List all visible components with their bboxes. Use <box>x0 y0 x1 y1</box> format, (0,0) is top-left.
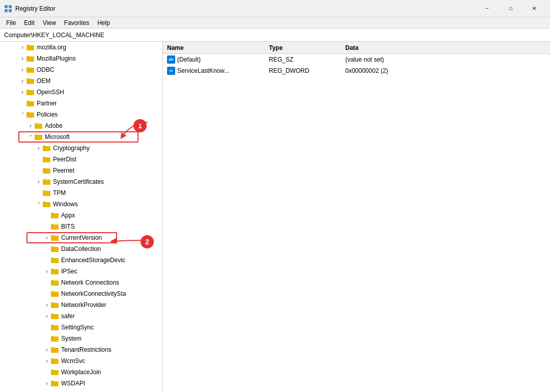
menu-view[interactable]: View <box>39 18 60 27</box>
expand-microsoft[interactable] <box>26 133 35 141</box>
folder-settingsync-icon <box>51 323 59 331</box>
tree-item-windows[interactable]: Windows <box>0 199 162 210</box>
expand-safer[interactable] <box>43 312 51 320</box>
tree-item-partner-label: Partner <box>37 100 57 107</box>
expand-networkconnectivitysta <box>43 290 51 298</box>
tree-item-datacollection[interactable]: DataCollection <box>0 243 162 255</box>
expand-systemcerts[interactable] <box>35 178 43 186</box>
expand-mozilla[interactable] <box>18 43 26 51</box>
details-row-servicelastknown[interactable]: 01 ServiceLastKnow... REG_DWORD 0x000000… <box>163 65 550 76</box>
menu-edit[interactable]: Edit <box>20 18 39 27</box>
tree-item-mozilla[interactable]: mozilla.org <box>0 42 162 53</box>
svg-rect-55 <box>51 325 54 326</box>
tree-item-appx[interactable]: Appx <box>0 210 162 221</box>
tree-item-ipsec[interactable]: IPSec <box>0 266 162 277</box>
tree-item-systemcerts[interactable]: SystemCertificates <box>0 176 162 187</box>
tree-item-openssh[interactable]: OpenSSH <box>0 87 162 98</box>
tree-item-networkconnectivitysta-label: NetworkConnectivitySta <box>61 290 126 297</box>
tree-item-mozillaplugins[interactable]: MozillaPlugins <box>0 53 162 64</box>
expand-peernet <box>35 166 43 175</box>
expand-tenantrestrictions[interactable] <box>43 346 51 354</box>
folder-mozilla-icon <box>26 43 35 51</box>
expand-currentversion[interactable] <box>43 234 51 242</box>
tree-item-system-label: System <box>61 335 81 342</box>
tree-item-networkconnections-label: Network Connections <box>61 279 119 286</box>
tree-item-networkprovider[interactable]: NetworkProvider <box>0 299 162 311</box>
expand-policies[interactable] <box>18 110 26 119</box>
tree-item-networkconnections[interactable]: Network Connections <box>0 277 162 288</box>
folder-datacollection-icon <box>51 245 59 253</box>
svg-rect-27 <box>43 168 46 170</box>
folder-cryptography-icon <box>43 144 51 152</box>
tree-item-tpm[interactable]: TPM <box>0 187 162 199</box>
expand-adobe[interactable] <box>26 122 35 130</box>
tree-item-policies[interactable]: Policies <box>0 109 162 120</box>
tree-item-workplacejoin[interactable]: WorkplaceJoin <box>0 367 162 378</box>
tree-pane[interactable]: mozilla.org MozillaPlugins ODBC OEM <box>0 42 163 392</box>
menu-help[interactable]: Help <box>93 18 114 27</box>
details-row-default[interactable]: ab (Default) REG_SZ (value not set) <box>163 54 550 65</box>
dword-value-icon: 01 <box>167 67 175 75</box>
tree-item-bits[interactable]: BITS <box>0 221 162 232</box>
expand-cryptography[interactable] <box>35 144 43 152</box>
tree-item-enhancedstorage[interactable]: EnhancedStorageDevic <box>0 255 162 266</box>
expand-workplacejoin <box>43 368 51 376</box>
expand-peerdist <box>35 155 43 163</box>
tree-item-tpm-label: TPM <box>53 189 66 197</box>
svg-rect-35 <box>51 213 54 214</box>
expand-wcmsvc[interactable] <box>43 357 51 365</box>
expand-ipsec[interactable] <box>43 267 51 275</box>
tree-item-partner[interactable]: Partner <box>0 98 162 109</box>
tree-item-currentversion[interactable]: CurrentVersion <box>0 232 162 243</box>
folder-odbc-icon <box>26 66 35 74</box>
tree-item-oem[interactable]: OEM <box>0 75 162 87</box>
tree-item-mozillaplugins-label: MozillaPlugins <box>37 55 76 62</box>
maximize-button[interactable]: □ <box>499 0 522 17</box>
svg-rect-47 <box>51 280 54 282</box>
svg-rect-5 <box>26 45 30 46</box>
menu-favorites[interactable]: Favorites <box>60 18 93 27</box>
expand-windows[interactable] <box>35 200 43 208</box>
menu-file[interactable]: File <box>2 18 20 27</box>
tree-item-adobe-label: Adobe <box>45 122 63 129</box>
tree-item-windowsadvanced[interactable]: Windows Advanced Threa <box>0 389 162 392</box>
tree-item-adobe[interactable]: Adobe <box>0 120 162 131</box>
address-path: Computer\HKEY_LOCAL_MACHINE <box>4 32 104 39</box>
folder-networkprovider-icon <box>51 301 59 309</box>
svg-rect-2 <box>5 9 8 12</box>
expand-openssh[interactable] <box>18 88 26 96</box>
expand-system <box>43 334 51 343</box>
details-row-servicelastknown-name: 01 ServiceLastKnow... <box>167 67 269 75</box>
svg-rect-41 <box>51 246 54 248</box>
expand-networkprovider[interactable] <box>43 301 51 309</box>
tree-item-wcmsvc[interactable]: WcmSvc <box>0 355 162 367</box>
expand-wsdapi[interactable] <box>43 379 51 387</box>
svg-rect-39 <box>51 235 54 237</box>
tree-item-tenantrestrictions[interactable]: TenantRestrictions <box>0 344 162 355</box>
svg-rect-25 <box>43 157 46 158</box>
window-controls: − □ ✕ <box>476 0 546 17</box>
tree-item-wsdapi[interactable]: WSDAPI <box>0 378 162 389</box>
folder-openssh-icon <box>26 88 35 96</box>
tree-item-peerdist[interactable]: PeerDist <box>0 154 162 165</box>
details-row-default-name: ab (Default) <box>167 55 269 64</box>
expand-mozillaplugins[interactable] <box>18 54 26 63</box>
tree-item-settingsync[interactable]: SettingSync <box>0 322 162 333</box>
tree-item-safer[interactable]: safer <box>0 311 162 322</box>
minimize-button[interactable]: − <box>476 0 499 17</box>
expand-oem[interactable] <box>18 77 26 85</box>
tree-item-system[interactable]: System <box>0 333 162 344</box>
tree-item-microsoft[interactable]: Microsoft <box>0 131 162 143</box>
folder-peernet-icon <box>43 166 51 175</box>
expand-odbc[interactable] <box>18 66 26 74</box>
details-row-servicelastknown-type: REG_DWORD <box>269 67 345 74</box>
folder-tenantrestrictions-icon <box>51 346 59 354</box>
folder-policies-icon <box>26 110 35 119</box>
tree-item-peernet[interactable]: Peernet <box>0 165 162 176</box>
svg-rect-15 <box>26 101 30 102</box>
close-button[interactable]: ✕ <box>522 0 546 17</box>
folder-safer-icon <box>51 312 59 320</box>
tree-item-networkconnectivitysta[interactable]: NetworkConnectivitySta <box>0 288 162 299</box>
tree-item-cryptography[interactable]: Cryptography <box>0 143 162 154</box>
tree-item-odbc[interactable]: ODBC <box>0 64 162 75</box>
